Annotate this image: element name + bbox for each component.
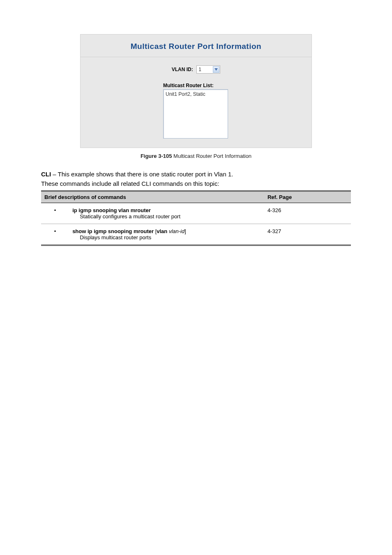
ref-page: 4-327 (264, 224, 351, 245)
screenshot-panel: Multicast Router Port Information VLAN I… (80, 34, 312, 159)
cli-table: Brief descriptions of commands Ref. Page… (41, 190, 351, 246)
router-list-label: Multicast Router List: (163, 83, 229, 88)
vlan-id-value: 1 (197, 66, 212, 73)
panel-title: Multicast Router Port Information (131, 42, 261, 51)
chevron-down-icon[interactable] (213, 66, 219, 73)
brief-text: Displays multicast router ports (72, 234, 261, 240)
cli-commands-line: These commands include all related CLI c… (41, 180, 351, 187)
bullet-icon: • (41, 203, 69, 224)
bullet-icon: • (41, 224, 69, 245)
ref-page: 4-326 (264, 203, 351, 224)
table-row: • ip igmp snooping vlan mrouter Statical… (41, 203, 351, 224)
brief-text: Statically configures a multicast router… (72, 213, 261, 220)
table-header-page: Ref. Page (264, 191, 351, 203)
figure-caption: Figure 3-105 Multicast Router Port Infor… (80, 153, 312, 159)
vlan-id-label: VLAN ID: (172, 67, 193, 72)
list-item[interactable]: Unit1 Port2, Static (164, 90, 228, 97)
table-row: • show ip igmp snooping mrouter [vlan vl… (41, 224, 351, 245)
cli-intro: CLI – This example shows that there is o… (41, 171, 351, 178)
router-list-box[interactable]: Unit1 Port2, Static (163, 89, 228, 139)
vlan-id-select[interactable]: 1 (196, 65, 220, 74)
table-header-brief: Brief descriptions of commands (41, 191, 264, 203)
